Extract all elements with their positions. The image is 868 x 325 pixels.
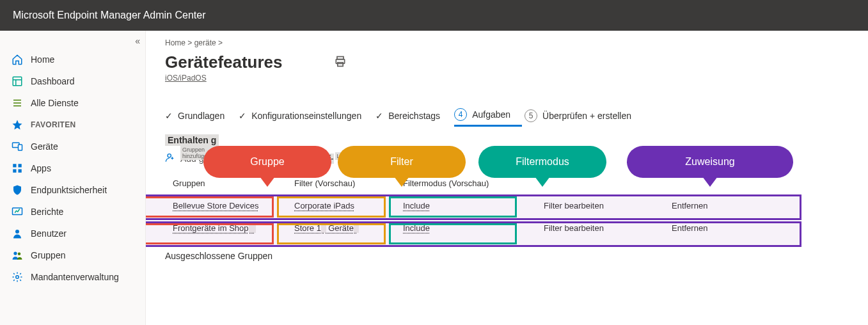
cell-filter: Corporate iPads — [287, 194, 395, 217]
sidebar-item-groups[interactable]: Gruppen — [0, 244, 145, 266]
col-group: Gruppen — [165, 173, 287, 194]
svg-point-10 — [18, 253, 21, 256]
sidebar-item-label: Benutzer — [31, 228, 67, 239]
excluded-groups-label: Ausgeschlossene Gruppen — [165, 251, 849, 261]
sidebar-item-dashboard[interactable]: Dashboard — [0, 70, 145, 92]
svg-point-9 — [13, 251, 17, 255]
step-label: Grundlagen — [178, 111, 225, 121]
sidebar: « Home Dashboard Alle Dienste — [0, 31, 146, 325]
table-row: Frontgeräte im Shop Store 1 Geräte Inclu… — [165, 217, 805, 239]
svg-point-8 — [15, 230, 19, 234]
cell-mode: Include — [395, 217, 536, 239]
breadcrumb[interactable]: Home > geräte > — [165, 38, 849, 47]
collapse-chevron-icon[interactable]: « — [135, 36, 140, 46]
svg-rect-5 — [13, 170, 16, 173]
remove-link[interactable]: Entfernen — [664, 194, 805, 217]
table-row: Bellevue Store Devices Corporate iPads I… — [165, 194, 805, 217]
check-icon: ✓ — [239, 111, 246, 121]
step-config[interactable]: ✓ Konfigurationseinstellungen — [239, 108, 373, 125]
sidebar-item-label: Geräte — [31, 141, 58, 152]
step-basics[interactable]: ✓ Grundlagen — [165, 108, 236, 125]
shield-icon — [12, 184, 23, 196]
step-label: Überprüfen + erstellen — [542, 111, 631, 121]
reports-icon — [12, 206, 23, 218]
home-icon — [12, 54, 23, 65]
add-groups-link[interactable]: Add groups Gruppen hinzufügen — [165, 152, 226, 164]
link-hint2: Filaster — [375, 155, 398, 162]
add-all-users-link[interactable]: Aalle Benutzer -f- Luft hinzufügen Filas… — [249, 152, 334, 164]
check-icon: ✓ — [375, 111, 383, 121]
svg-point-16 — [252, 154, 255, 157]
link-text: Aalle Benutzer -f- — [265, 154, 334, 164]
app-title: Microsoft Endpoint Manager Admin Center — [13, 10, 205, 21]
assignments-table: Gruppen Filter (Vorschau) Filtermodus (V… — [165, 173, 805, 239]
sidebar-section-label: FAVORITEN — [31, 120, 75, 129]
svg-point-15 — [168, 154, 171, 157]
gear-icon — [12, 271, 23, 283]
step-label: Aufgaben — [472, 109, 510, 120]
included-groups-label: Enthalten g — [165, 134, 219, 146]
add-person-icon — [249, 152, 260, 164]
step-assignments[interactable]: 4 Aufgaben — [454, 106, 522, 127]
list-icon — [12, 97, 23, 109]
step-label: Konfigurationseinstellungen — [251, 111, 361, 121]
page-subtitle: iOS/iPadOS — [165, 74, 849, 83]
cell-mode: Include — [395, 194, 536, 217]
sidebar-section-favorites: FAVORITEN — [0, 114, 145, 136]
main-content: Home > geräte > Gerätefeatures iOS/iPadO… — [146, 31, 868, 325]
svg-rect-3 — [13, 164, 16, 167]
edit-filter-link[interactable]: Filter bearbeiten — [536, 194, 664, 217]
remove-link[interactable]: Entfernen — [664, 217, 805, 239]
sidebar-item-label: Endpunktsicherheit — [31, 185, 107, 195]
wizard-steps: ✓ Grundlagen ✓ Konfigurationseinstellung… — [165, 106, 849, 127]
svg-rect-0 — [13, 77, 22, 86]
sidebar-item-users[interactable]: Benutzer — [0, 223, 145, 244]
step-number: 5 — [525, 109, 537, 122]
step-label: Bereichstags — [388, 111, 440, 121]
step-review[interactable]: 5 Überprüfen + erstellen — [525, 107, 643, 126]
check-icon: ✓ — [165, 111, 173, 121]
sidebar-item-label: Home — [31, 54, 54, 65]
svg-rect-4 — [19, 164, 22, 167]
sidebar-item-label: Berichte — [31, 207, 63, 217]
sidebar-item-home[interactable]: Home — [0, 49, 145, 70]
svg-rect-2 — [19, 145, 22, 150]
cell-group: Frontgeräte im Shop — [165, 217, 287, 239]
link-hint: Gruppen hinzufügen — [180, 146, 226, 160]
sidebar-item-label: Dashboard — [31, 76, 75, 86]
sidebar-item-all-services[interactable]: Alle Dienste — [0, 92, 145, 114]
sidebar-item-label: Apps — [31, 163, 51, 173]
col-filter-mode: Filtermodus (Vorschau) — [395, 173, 536, 194]
dashboard-icon — [12, 75, 23, 87]
print-icon[interactable] — [334, 55, 347, 70]
col-filter: Filter (Vorschau) — [287, 173, 395, 194]
sidebar-item-endpoint-security[interactable]: Endpunktsicherheit — [0, 179, 145, 201]
sidebar-item-label: Mandantenverwaltung — [31, 272, 119, 282]
devices-icon — [12, 141, 23, 152]
sidebar-item-tenant-admin[interactable]: Mandantenverwaltung — [0, 266, 145, 288]
page-title: Gerätefeatures — [165, 52, 283, 72]
sidebar-item-devices[interactable]: Geräte — [0, 136, 145, 157]
add-person-icon — [165, 152, 175, 164]
svg-rect-6 — [19, 170, 22, 173]
link-hint: Luft hinzufügen — [335, 152, 379, 160]
star-icon — [12, 119, 23, 131]
svg-point-11 — [16, 276, 19, 279]
sidebar-item-apps[interactable]: Apps — [0, 157, 145, 179]
sidebar-item-label: Alle Dienste — [31, 98, 79, 108]
groups-icon — [12, 250, 23, 261]
edit-filter-link[interactable]: Filter bearbeiten — [536, 217, 664, 239]
user-icon — [12, 228, 23, 239]
step-scope-tags[interactable]: ✓ Bereichstags — [375, 108, 452, 125]
sidebar-item-label: Gruppen — [31, 250, 65, 260]
cell-filter: Store 1 Geräte — [287, 217, 395, 239]
step-number: 4 — [454, 108, 467, 121]
apps-icon — [12, 162, 23, 174]
cell-group: Bellevue Store Devices — [165, 194, 287, 217]
sidebar-item-reports[interactable]: Berichte — [0, 201, 145, 223]
